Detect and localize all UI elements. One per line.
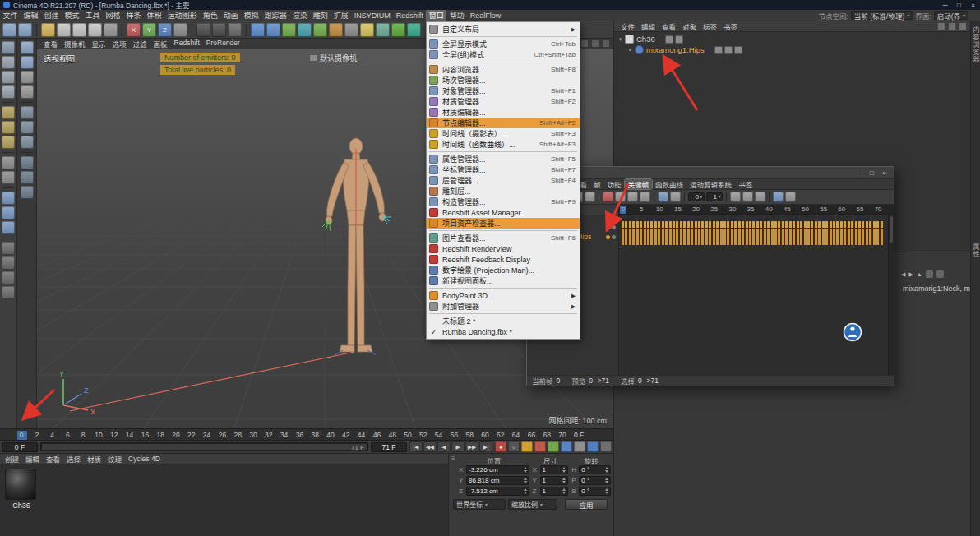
- window-menu-item[interactable]: 时间线（函数曲线）...Shift+Alt+F3: [427, 139, 580, 150]
- keyframe-tick[interactable]: [873, 229, 876, 245]
- keyframe-tick[interactable]: [640, 229, 642, 245]
- keyframe-tick[interactable]: [782, 229, 784, 245]
- window-menu-item[interactable]: 坐标管理器...Shift+F7: [427, 164, 580, 175]
- record-position-button[interactable]: [534, 441, 546, 452]
- spinner-icon[interactable]: [562, 467, 566, 473]
- keyframe-tick[interactable]: [701, 229, 704, 245]
- copy-keyframe-icon[interactable]: [627, 192, 638, 202]
- keyframe-tick[interactable]: [673, 229, 675, 245]
- keyframe-tick[interactable]: [797, 229, 799, 245]
- value-field[interactable]: 0 °: [579, 476, 611, 485]
- timeline-menu-item[interactable]: 帧: [590, 179, 604, 189]
- keyframe-tick[interactable]: [723, 229, 726, 245]
- keyframe-tick[interactable]: [629, 229, 631, 245]
- frame-all-icon[interactable]: [773, 192, 784, 202]
- scale-icon[interactable]: [72, 23, 86, 37]
- coordinate-space-dropdown[interactable]: 世界坐标▾: [453, 499, 506, 510]
- render-settings-icon[interactable]: [228, 23, 242, 37]
- window-menu-item[interactable]: 雕刻层...: [427, 186, 580, 196]
- keyframe-tick[interactable]: [752, 221, 755, 228]
- keyframe-tick[interactable]: [622, 221, 624, 228]
- keyframe-tick[interactable]: [807, 221, 810, 228]
- keyframe-tick[interactable]: [811, 229, 813, 245]
- keyframe-tick[interactable]: [632, 221, 635, 228]
- ease-out-spinbox[interactable]: 1: [706, 192, 723, 201]
- view-label[interactable]: 透视视图: [44, 53, 75, 64]
- keyframe-tick[interactable]: [830, 229, 832, 245]
- paste-keyframe-icon[interactable]: [640, 192, 650, 202]
- keyframe-tick[interactable]: [716, 221, 719, 228]
- mute-dot-icon[interactable]: [612, 235, 616, 239]
- edge-mode-icon[interactable]: [2, 121, 15, 134]
- history-forward-icon[interactable]: ▶: [908, 271, 913, 278]
- record-keyframe-icon[interactable]: [603, 192, 613, 202]
- maximize-button[interactable]: □: [952, 2, 966, 9]
- keyframe-tick[interactable]: [881, 221, 883, 228]
- keyframe-tick[interactable]: [683, 229, 686, 245]
- magnify-tool-icon[interactable]: [21, 85, 34, 99]
- lock-icon[interactable]: [926, 270, 933, 278]
- window-menu-item[interactable]: 构造管理器...Shift+F9: [427, 196, 580, 207]
- scale-mode-dropdown[interactable]: 缩放比例▾: [508, 499, 557, 510]
- keyframe-tick[interactable]: [662, 229, 664, 245]
- keyframe-tick[interactable]: [734, 221, 737, 228]
- keyframe-tick[interactable]: [654, 229, 657, 245]
- keyframe-tick[interactable]: [804, 229, 807, 245]
- keyframe-tick[interactable]: [830, 221, 832, 228]
- add-cube-icon[interactable]: [251, 23, 265, 37]
- viewport-menu-item[interactable]: 查看: [40, 39, 61, 49]
- texture-mode-icon[interactable]: [2, 71, 15, 84]
- window-menu-item[interactable]: Redshift RenderView: [427, 243, 580, 254]
- content-browser-tab[interactable]: 内容浏览器: [971, 26, 980, 63]
- window-menu-item[interactable]: BodyPaint 3D▶: [427, 290, 580, 301]
- value-field[interactable]: -7.512 cm: [466, 487, 529, 496]
- keyframe-tick[interactable]: [749, 221, 751, 228]
- window-menu-item[interactable]: 未标题 2 *: [427, 316, 580, 326]
- add-field-icon[interactable]: [313, 23, 327, 37]
- keyframe-tick[interactable]: [636, 229, 639, 245]
- previous-key-button[interactable]: ◀◀: [423, 441, 437, 452]
- window-menu-item[interactable]: ✓Rumba Dancing.fbx *: [427, 326, 580, 337]
- menubar-item[interactable]: 雕刻: [310, 10, 331, 21]
- viewport-menu-item[interactable]: 显示: [89, 39, 109, 49]
- add-mograph-icon[interactable]: [282, 23, 296, 37]
- object-manager-menu-item[interactable]: 编辑: [638, 21, 659, 31]
- keyframe-tick[interactable]: [866, 229, 868, 245]
- keyframe-tick[interactable]: [844, 221, 846, 228]
- panel-menu-icon[interactable]: ≡: [451, 455, 455, 462]
- keyframe-tick[interactable]: [789, 229, 792, 245]
- keyframe-tick[interactable]: [705, 221, 708, 228]
- keyframe-tick[interactable]: [742, 221, 744, 228]
- keyframe-tick[interactable]: [876, 221, 879, 228]
- history-back-icon[interactable]: ◀: [901, 271, 905, 278]
- object-manager-menu-item[interactable]: 标签: [700, 21, 720, 31]
- object-manager-menu-item[interactable]: 文件: [617, 21, 638, 31]
- menubar-item[interactable]: 工具: [82, 10, 103, 21]
- window-menu-item[interactable]: 图片查看器...Shift+F6: [427, 233, 580, 243]
- settings-icon[interactable]: [936, 270, 944, 278]
- tag-icon[interactable]: [675, 35, 683, 44]
- keyframe-dot-icon[interactable]: [606, 235, 610, 239]
- object-manager-menu-item[interactable]: 查看: [659, 21, 679, 31]
- parent-object-icon[interactable]: ▲: [917, 271, 922, 277]
- playback-settings-button[interactable]: [600, 441, 612, 452]
- window-menu-item[interactable]: 属性管理器...Shift+F5: [427, 154, 580, 164]
- keyframe-tick[interactable]: [752, 229, 755, 245]
- keyframe-tick[interactable]: [840, 229, 843, 245]
- keyframe-tick[interactable]: [844, 229, 846, 245]
- interface-dropdown[interactable]: 启动(界▾: [934, 11, 968, 20]
- viewport-menu-item[interactable]: Redshift: [171, 39, 203, 49]
- dots-menu-icon[interactable]: [2, 286, 15, 299]
- keyframe-tick[interactable]: [698, 229, 700, 245]
- menubar-item[interactable]: 跟踪器: [261, 10, 289, 21]
- keyframe-tick[interactable]: [669, 221, 672, 228]
- display-shading-icon[interactable]: [21, 156, 34, 169]
- material-manager-menu-item[interactable]: 选择: [63, 454, 84, 464]
- mute-dot-icon[interactable]: [612, 225, 616, 229]
- spinner-icon[interactable]: [605, 467, 608, 473]
- menubar-item[interactable]: 模拟: [241, 10, 261, 21]
- keyframe-tick[interactable]: [760, 229, 762, 245]
- keyframe-tick[interactable]: [713, 229, 715, 245]
- view-zoom-icon[interactable]: [580, 39, 589, 48]
- view-settings-icon[interactable]: [2, 271, 15, 284]
